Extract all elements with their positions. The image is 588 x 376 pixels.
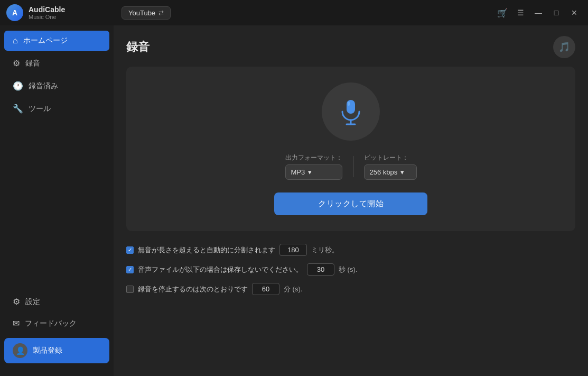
sidebar-tools-label: ツール	[29, 104, 51, 114]
sidebar-bottom: ⚙ 設定 ✉ フィードバック 👤 製品登録	[0, 290, 114, 372]
register-label: 製品登録	[33, 346, 62, 355]
option-checkbox-1[interactable]	[126, 246, 134, 254]
feedback-icon: ✉	[13, 318, 20, 328]
format-select[interactable]: MP3 ▾	[285, 164, 342, 180]
page-title: 録音	[126, 39, 150, 55]
app-name: AudiCable	[29, 5, 65, 14]
close-button[interactable]: ✕	[567, 5, 582, 20]
app-name-block: AudiCable Music One	[29, 5, 65, 20]
option-checkbox-3[interactable]	[126, 286, 134, 293]
cart-button[interactable]: 🛒	[495, 5, 510, 20]
bitrate-group: ビットレート： 256 kbps ▾	[364, 153, 417, 180]
app-info: A AudiCable Music One	[6, 4, 65, 21]
sidebar-settings-label: 設定	[25, 297, 40, 307]
sidebar-item-home[interactable]: ⌂ ホームページ	[4, 31, 109, 51]
youtube-label: YouTube	[128, 9, 155, 17]
format-group: 出力フォーマット： MP3 ▾	[285, 153, 342, 180]
option-unit-1: ミリ秒。	[311, 245, 339, 255]
content-header: 録音 🎵	[126, 36, 575, 58]
sidebar-item-feedback[interactable]: ✉ フィードバック	[4, 313, 109, 334]
format-divider	[353, 156, 353, 177]
bitrate-chevron-icon: ▾	[400, 168, 404, 176]
sidebar-record-label: 録音	[25, 59, 40, 68]
recording-panel: 出力フォーマット： MP3 ▾ ビットレート： 256 kbps ▾ クリックし…	[126, 67, 575, 231]
settings-icon: ⚙	[13, 297, 20, 307]
format-value: MP3	[291, 168, 305, 176]
avatar: 👤	[13, 343, 27, 358]
sidebar-feedback-label: フィードバック	[25, 319, 77, 328]
option-row-3: 録音を停止するのは次のとおりです 分 (s).	[126, 283, 575, 295]
sidebar-item-recorded[interactable]: 🕐 録音済み	[4, 76, 109, 96]
option-text-1: 無音が長さを超えると自動的に分割されます	[138, 245, 275, 255]
format-chevron-icon: ▾	[308, 168, 312, 176]
bitrate-value: 256 kbps	[370, 168, 398, 176]
main-layout: ⌂ ホームページ ⚙ 録音 🕐 録音済み 🔧 ツール ⚙ 設定 ✉ フィードバッ…	[0, 25, 588, 376]
app-logo: A	[6, 4, 23, 21]
option-row-2: 音声ファイルが以下の場合は保存しないでください。 秒 (s).	[126, 263, 575, 276]
register-button[interactable]: 👤 製品登録	[4, 338, 109, 363]
sidebar: ⌂ ホームページ ⚙ 録音 🕐 録音済み 🔧 ツール ⚙ 設定 ✉ フィードバッ…	[0, 25, 114, 376]
svg-rect-3	[348, 102, 350, 106]
option-text-3: 録音を停止するのは次のとおりです	[138, 285, 248, 294]
sidebar-item-tools[interactable]: 🔧 ツール	[4, 98, 109, 119]
start-record-button[interactable]: クリックして開始	[274, 192, 427, 215]
window-controls: 🛒 ☰ — □ ✕	[495, 5, 582, 20]
microphone-icon	[337, 98, 365, 125]
option-text-2: 音声ファイルが以下の場合は保存しないでください。	[138, 265, 303, 274]
record-icon: ⚙	[13, 58, 20, 68]
title-bar: A AudiCable Music One YouTube ⇄ 🛒 ☰ — □ …	[0, 0, 588, 25]
youtube-tab[interactable]: YouTube ⇄	[122, 6, 171, 20]
sidebar-item-settings[interactable]: ⚙ 設定	[4, 291, 109, 312]
menu-button[interactable]: ☰	[513, 5, 528, 20]
format-row: 出力フォーマット： MP3 ▾ ビットレート： 256 kbps ▾	[285, 153, 417, 180]
bitrate-select[interactable]: 256 kbps ▾	[364, 164, 417, 180]
content-area: 録音 🎵 出力フォーマット： MP3	[114, 25, 588, 376]
format-label: 出力フォーマット：	[285, 153, 342, 162]
bitrate-label: ビットレート：	[364, 153, 417, 162]
swap-icon: ⇄	[158, 9, 164, 16]
sidebar-home-label: ホームページ	[23, 36, 68, 45]
tools-icon: 🔧	[13, 104, 23, 114]
maximize-button[interactable]: □	[549, 5, 564, 20]
minimize-button[interactable]: —	[531, 5, 546, 20]
option-checkbox-2[interactable]	[126, 266, 134, 273]
option-unit-2: 秒 (s).	[339, 265, 357, 274]
app-subtitle: Music One	[29, 14, 65, 20]
clock-icon: 🕐	[13, 81, 23, 91]
platform-selector: YouTube ⇄	[122, 0, 171, 25]
option-input-3[interactable]	[252, 283, 279, 295]
home-icon: ⌂	[13, 36, 18, 45]
option-input-1[interactable]	[279, 244, 307, 256]
options-section: 無音が長さを超えると自動的に分割されます ミリ秒。 音声ファイルが以下の場合は保…	[126, 242, 575, 297]
music-icon-button[interactable]: 🎵	[553, 36, 575, 58]
option-row-1: 無音が長さを超えると自動的に分割されます ミリ秒。	[126, 244, 575, 256]
option-input-2[interactable]	[307, 263, 334, 276]
sidebar-recorded-label: 録音済み	[29, 81, 58, 91]
option-unit-3: 分 (s).	[284, 285, 302, 294]
sidebar-item-record[interactable]: ⚙ 録音	[4, 53, 109, 74]
mic-circle	[322, 82, 380, 141]
